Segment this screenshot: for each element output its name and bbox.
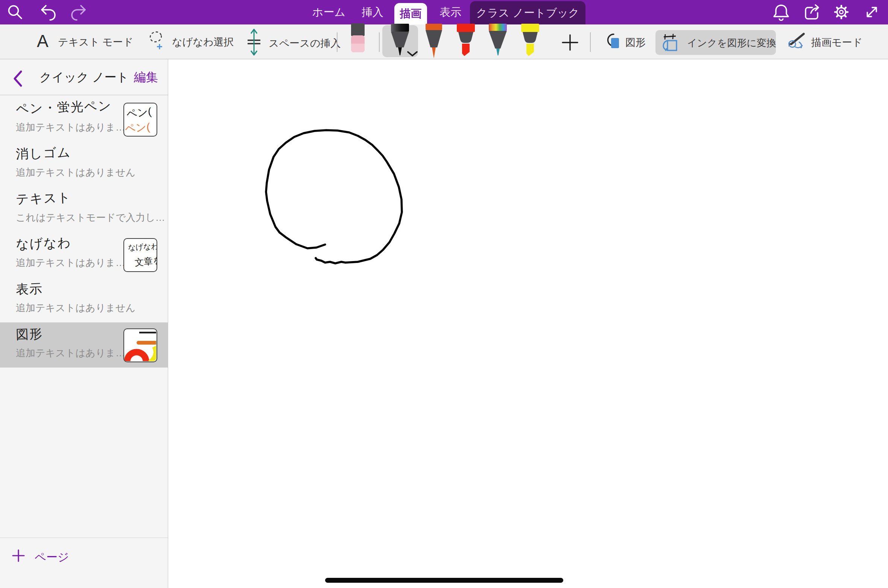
drawing-canvas[interactable] bbox=[168, 59, 888, 588]
ink-title: 表示 bbox=[15, 280, 43, 298]
add-pen-button[interactable] bbox=[561, 34, 579, 51]
tab-view[interactable]: 表示 bbox=[439, 0, 461, 24]
insert-space-button[interactable]: スペースの挿入 bbox=[244, 27, 328, 57]
lasso-select-button[interactable]: なげなわ選択 bbox=[148, 29, 233, 55]
ink-to-shape-label: インクを図形に変換 bbox=[687, 36, 776, 50]
text-mode-icon: A bbox=[37, 31, 49, 51]
shapes-icon bbox=[601, 31, 621, 51]
tab-home[interactable]: ホーム bbox=[312, 0, 345, 24]
bell-icon[interactable] bbox=[772, 3, 790, 21]
page-subtitle: 追加テキストはありません bbox=[16, 301, 135, 315]
thumbnail-ink: 文章を bbox=[134, 254, 157, 269]
page-list-item[interactable]: 消しゴム 追加テキストはありません bbox=[0, 142, 168, 187]
redo-icon[interactable] bbox=[70, 3, 88, 21]
top-app-bar: ホーム 挿入 描画 表示 クラス ノートブック bbox=[0, 0, 888, 24]
tab-insert[interactable]: 挿入 bbox=[362, 0, 383, 24]
tab-draw-label: 描画 bbox=[394, 3, 427, 24]
draw-mode-icon bbox=[785, 30, 807, 52]
page-thumbnail: ペン( ペン( bbox=[123, 103, 157, 137]
settings-gear-icon[interactable] bbox=[832, 3, 850, 21]
red-highlighter-tool[interactable] bbox=[456, 24, 476, 59]
shapes-button[interactable]: 図形 bbox=[601, 30, 646, 54]
draw-mode-button[interactable]: 描画モード bbox=[785, 30, 864, 54]
ink-stroke-circle bbox=[168, 59, 888, 588]
lasso-label: なげなわ選択 bbox=[172, 35, 234, 49]
page-list-item[interactable]: なげなわ 追加テキストはありま… なげなわ 文章を bbox=[0, 232, 168, 277]
tab-draw-active[interactable]: 描画 bbox=[394, 3, 427, 24]
thumbnail-ink: ペン( bbox=[125, 120, 151, 136]
thumbnail-ink: なげなわ bbox=[128, 241, 157, 253]
eraser-tool[interactable] bbox=[350, 23, 366, 53]
page-list-sidebar: クイック ノート 編集 ペン・蛍光ペン 追加テキストはありま… ペン( ペン( … bbox=[0, 59, 168, 588]
page-subtitle: 追加テキストはありま… bbox=[16, 256, 125, 269]
galaxy-pen-tool[interactable] bbox=[488, 24, 508, 59]
add-page-label[interactable]: ページ bbox=[35, 550, 69, 565]
draw-mode-label: 描画モード bbox=[811, 36, 862, 49]
ink-title: ペン・蛍光ペン bbox=[15, 97, 112, 118]
onenote-app: ホーム 挿入 描画 表示 クラス ノートブック bbox=[0, 0, 888, 588]
ink-title: テキスト bbox=[15, 189, 71, 208]
tab-class-notebook-label: クラス ノートブック bbox=[470, 1, 585, 24]
page-thumbnail bbox=[123, 328, 157, 362]
ribbon-divider bbox=[590, 32, 591, 52]
lasso-icon bbox=[148, 30, 167, 52]
text-mode-label: テキスト モード bbox=[58, 35, 133, 49]
page-list-item[interactable]: ペン・蛍光ペン 追加テキストはありま… ペン( ペン( bbox=[0, 97, 168, 142]
divider bbox=[0, 95, 168, 95]
fullscreen-icon[interactable] bbox=[863, 3, 880, 21]
chevron-down-icon[interactable] bbox=[407, 51, 418, 56]
page-subtitle: 追加テキストはありま… bbox=[16, 121, 125, 134]
search-icon[interactable] bbox=[7, 4, 23, 21]
page-list-item[interactable]: テキスト これはテキストモードで入力し… bbox=[0, 187, 168, 232]
yellow-highlighter-tool[interactable] bbox=[520, 24, 540, 59]
tab-class-notebook[interactable]: クラス ノートブック bbox=[470, 1, 585, 24]
ink-title: 図形 bbox=[15, 325, 43, 343]
ink-title: なげなわ bbox=[15, 234, 71, 253]
edit-button[interactable]: 編集 bbox=[134, 69, 158, 86]
insert-space-label: スペースの挿入 bbox=[269, 36, 341, 50]
ink-to-shape-icon bbox=[661, 32, 679, 53]
divider bbox=[0, 538, 168, 538]
home-indicator[interactable] bbox=[325, 578, 563, 583]
thumbnail-shapes-ink bbox=[124, 329, 156, 361]
page-thumbnail: なげなわ 文章を bbox=[123, 238, 157, 272]
undo-icon[interactable] bbox=[39, 3, 57, 21]
ribbon-divider bbox=[379, 32, 380, 52]
page-list-item[interactable]: 表示 追加テキストはありません bbox=[0, 277, 168, 322]
shapes-label: 図形 bbox=[625, 36, 646, 49]
page-subtitle: 追加テキストはありません bbox=[16, 166, 135, 179]
page-subtitle: 追加テキストはありま… bbox=[16, 346, 125, 360]
share-icon[interactable] bbox=[803, 3, 821, 21]
ink-to-shape-button[interactable]: インクを図形に変換 bbox=[655, 30, 776, 55]
ink-title: 消しゴム bbox=[15, 144, 71, 163]
thumbnail-ink: ペン( bbox=[126, 105, 152, 122]
orange-pen-tool[interactable] bbox=[424, 24, 443, 59]
text-mode-button[interactable]: A テキスト モード bbox=[37, 30, 129, 54]
page-list-item-selected[interactable]: 図形 追加テキストはありま… bbox=[0, 322, 168, 368]
draw-ribbon: A テキスト モード なげなわ選択 スペースの挿入 bbox=[0, 24, 888, 59]
insert-space-icon bbox=[244, 27, 264, 57]
ribbon-divider bbox=[337, 32, 338, 52]
plus-icon bbox=[12, 549, 25, 562]
page-subtitle: これはテキストモードで入力し… bbox=[16, 211, 165, 224]
